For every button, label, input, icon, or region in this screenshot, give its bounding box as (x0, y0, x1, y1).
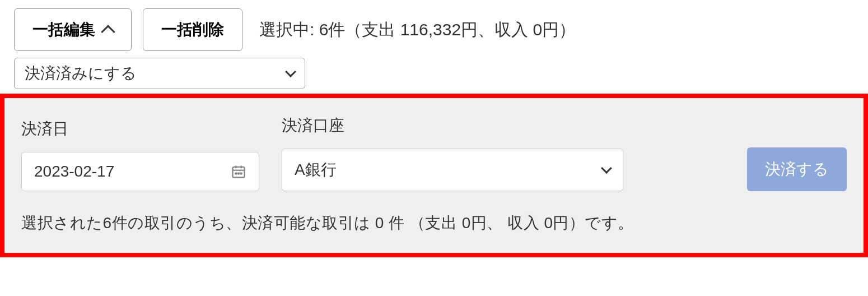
chevron-down-icon (601, 163, 612, 174)
bulk-action-select[interactable]: 決済済みにする (14, 58, 305, 89)
bulk-action-value: 決済済みにする (25, 63, 137, 84)
chevron-down-icon (285, 66, 296, 77)
bulk-edit-label: 一括編集 (32, 19, 95, 40)
bulk-delete-button[interactable]: 一括削除 (143, 8, 242, 51)
bulk-delete-label: 一括削除 (161, 19, 224, 40)
settlement-account-value: A銀行 (295, 159, 337, 181)
selection-summary: 選択中: 6件（支出 116,332円、収入 0円） (259, 18, 576, 41)
settlement-date-label: 決済日 (21, 118, 259, 140)
settlement-account-label: 決済口座 (282, 115, 623, 136)
bulk-edit-button[interactable]: 一括編集 (14, 8, 132, 51)
chevron-up-icon (101, 25, 115, 39)
settlement-date-value: 2023-02-17 (34, 163, 114, 181)
settlement-account-select[interactable]: A銀行 (282, 149, 623, 191)
svg-point-5 (238, 173, 239, 174)
svg-point-4 (235, 173, 236, 174)
settlement-note: 選択された6件の取引のうち、決済可能な取引は 0 件 （支出 0円、 収入 0円… (21, 212, 847, 234)
settlement-date-input[interactable]: 2023-02-17 (21, 152, 259, 191)
settlement-panel: 決済日 2023-02-17 (0, 94, 868, 257)
svg-point-6 (241, 173, 242, 174)
calendar-icon (231, 164, 246, 179)
settle-button[interactable]: 決済する (747, 147, 847, 191)
settle-button-label: 決済する (765, 160, 829, 178)
